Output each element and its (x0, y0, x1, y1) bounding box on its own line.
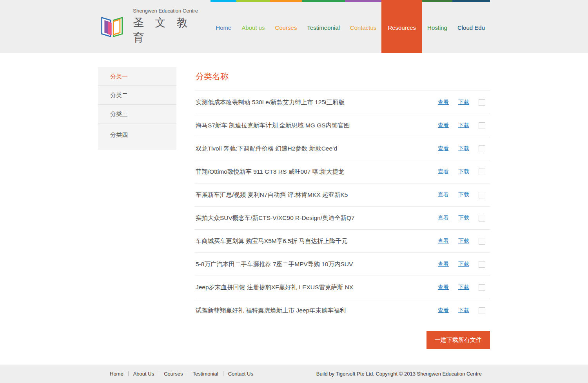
download-link[interactable]: 下载 (458, 261, 469, 268)
footer-link-courses[interactable]: Courses (159, 371, 188, 376)
file-row: 车展新车汇总/视频 夏利N7自动挡 评:林肯MKX 起亚新K5 查看 下载 (195, 183, 490, 206)
select-checkbox[interactable] (479, 284, 485, 291)
file-title: 实测低成本改装制动 530Le/新款艾力绅上市 125i三厢版 (196, 98, 428, 107)
file-row: 试驾新菲翔赢好礼 福特翼虎焕新上市 Jeep年末购车福利 查看 下载 (195, 299, 490, 322)
download-link[interactable]: 下载 (458, 191, 469, 198)
view-link[interactable]: 查看 (438, 99, 449, 106)
view-link[interactable]: 查看 (438, 191, 449, 198)
download-link[interactable]: 下载 (458, 145, 469, 152)
file-row: 海马S7新车 凯迪拉克新车计划 全新思域 MG GS内饰官图 查看 下载 (195, 114, 490, 137)
file-row: 实拍大众SUV概念车/新CTS-V/XC90 R-Design/奥迪全新Q7 查… (195, 206, 490, 229)
logo-text: Shengwen Education Centre 圣 文 教 育 (133, 8, 211, 45)
view-link[interactable]: 查看 (438, 284, 449, 291)
file-row: 车商城买车更划算 购宝马X5M享6.5折 马自达折上降千元 查看 下载 (195, 229, 490, 252)
view-link[interactable]: 查看 (438, 214, 449, 221)
copyright-text: Build by Tigersoft Pte Ltd. Copyright © … (316, 371, 482, 377)
download-link[interactable]: 下载 (458, 307, 469, 314)
nav-testimonial[interactable]: Testimeonial (302, 0, 345, 53)
download-link[interactable]: 下载 (458, 284, 469, 291)
select-checkbox[interactable] (479, 238, 485, 245)
select-checkbox[interactable] (479, 307, 485, 314)
footer-link-home[interactable]: Home (110, 371, 129, 376)
main-nav: Home About us Courses Testimeonial Conta… (211, 0, 490, 53)
select-checkbox[interactable] (479, 261, 485, 268)
logo-subtitle: Shengwen Education Centre (133, 8, 211, 14)
category-title: 分类名称 (195, 67, 490, 91)
footer-link-contact-us[interactable]: Contact Us (223, 371, 258, 376)
logo-book-icon (98, 15, 126, 38)
download-link[interactable]: 下载 (458, 168, 469, 175)
file-title: 车商城买车更划算 购宝马X5M享6.5折 马自达折上降千元 (196, 237, 428, 245)
file-list: 分类名称 实测低成本改装制动 530Le/新款艾力绅上市 125i三厢版 查看 … (195, 67, 490, 362)
file-title: 车展新车汇总/视频 夏利N7自动挡 评:林肯MKX 起亚新K5 (196, 191, 428, 199)
footer: Home About Us Courses Testimonial Contac… (0, 365, 588, 383)
logo: Shengwen Education Centre 圣 文 教 育 (98, 8, 211, 45)
nav-cloud-edu[interactable]: Cloud Edu (452, 0, 490, 53)
view-link[interactable]: 查看 (438, 168, 449, 175)
download-link[interactable]: 下载 (458, 122, 469, 129)
nav-about-us[interactable]: About us (236, 0, 270, 53)
sidebar-item-category-2[interactable]: 分类二 (98, 86, 176, 105)
file-title: 海马S7新车 凯迪拉克新车计划 全新思域 MG GS内饰官图 (196, 122, 428, 130)
sidebar-item-category-3[interactable]: 分类三 (98, 105, 176, 123)
view-link[interactable]: 查看 (438, 307, 449, 314)
download-link[interactable]: 下载 (458, 214, 469, 221)
file-title: 实拍大众SUV概念车/新CTS-V/XC90 R-Design/奥迪全新Q7 (196, 214, 428, 222)
file-title: 试驾新菲翔赢好礼 福特翼虎焕新上市 Jeep年末购车福利 (196, 307, 428, 315)
nav-hosting[interactable]: Hosting (422, 0, 452, 53)
sidebar-item-category-1[interactable]: 分类一 (98, 67, 176, 86)
file-title: Jeep岁末血拼回馈 注册捷豹XF赢好礼 LEXUS雷克萨斯 NX (196, 283, 428, 292)
select-checkbox[interactable] (479, 215, 485, 221)
select-checkbox[interactable] (479, 122, 485, 129)
file-row: Jeep岁末血拼回馈 注册捷豹XF赢好礼 LEXUS雷克萨斯 NX 查看 下载 (195, 276, 490, 299)
view-link[interactable]: 查看 (438, 261, 449, 268)
header: Shengwen Education Centre 圣 文 教 育 Home A… (0, 0, 588, 53)
footer-link-testimonial[interactable]: Testimonial (188, 371, 223, 376)
file-title: 双龙Tivoli 奔驰:下调配件价格 幻速H2参数 新款Cee’d (196, 145, 428, 153)
logo-title: 圣 文 教 育 (133, 15, 211, 45)
file-row: 双龙Tivoli 奔驰:下调配件价格 幻速H2参数 新款Cee’d 查看 下载 (195, 137, 490, 160)
file-row: 实测低成本改装制动 530Le/新款艾力绅上市 125i三厢版 查看 下载 (195, 91, 490, 114)
nav-resources[interactable]: Resources (381, 0, 422, 53)
footer-nav: Home About Us Courses Testimonial Contac… (110, 371, 258, 376)
view-link[interactable]: 查看 (438, 238, 449, 245)
download-link[interactable]: 下载 (458, 238, 469, 245)
select-checkbox[interactable] (479, 192, 485, 198)
category-sidebar: 分类一 分类二 分类三 分类四 (98, 67, 176, 150)
download-link[interactable]: 下载 (458, 99, 469, 106)
select-checkbox[interactable] (479, 145, 485, 152)
select-checkbox[interactable] (479, 169, 485, 175)
footer-link-about-us[interactable]: About Us (129, 371, 159, 376)
nav-home[interactable]: Home (211, 0, 236, 53)
sidebar-item-category-4[interactable]: 分类四 (98, 123, 176, 150)
file-row: 菲翔/Ottimo致悦新车 911 GT3 RS 威旺007 曝:新大捷龙 查看… (195, 160, 490, 183)
select-checkbox[interactable] (479, 99, 485, 106)
view-link[interactable]: 查看 (438, 145, 449, 152)
main-content: 分类一 分类二 分类三 分类四 分类名称 实测低成本改装制动 530Le/新款艾… (0, 53, 588, 365)
file-title: 5-8万广汽本田二手车源推荐 7座二手MPV导购 10万内SUV (196, 260, 428, 269)
nav-contact-us[interactable]: Contactus (345, 0, 382, 53)
file-title: 菲翔/Ottimo致悦新车 911 GT3 RS 威旺007 曝:新大捷龙 (196, 168, 428, 176)
download-all-button[interactable]: 一建下载所有文件 (426, 331, 490, 349)
view-link[interactable]: 查看 (438, 122, 449, 129)
nav-courses[interactable]: Courses (270, 0, 302, 53)
list-actions: 一建下载所有文件 (195, 331, 490, 362)
file-row: 5-8万广汽本田二手车源推荐 7座二手MPV导购 10万内SUV 查看 下载 (195, 252, 490, 276)
